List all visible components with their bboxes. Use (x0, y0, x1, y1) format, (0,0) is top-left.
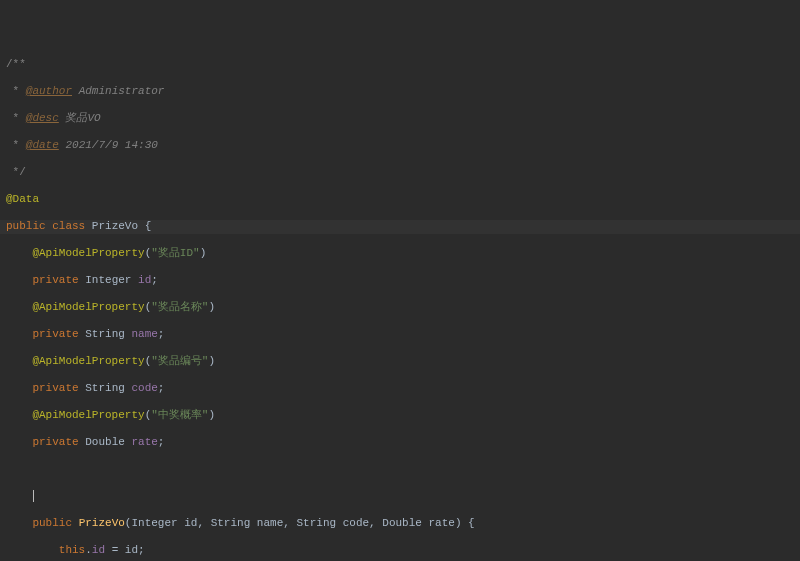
doc-author-val: Administrator (79, 85, 165, 97)
anno-amp: @ApiModelProperty (32, 301, 144, 313)
doc-star: * (6, 85, 26, 97)
ctor-sig: (Integer id, String name, String code, D… (125, 517, 475, 529)
doc-desc-val: 奖品VO (65, 112, 100, 124)
kw-private: private (32, 328, 78, 340)
field-code: code (131, 382, 157, 394)
kw-class: class (52, 220, 85, 232)
field-id: id (138, 274, 151, 286)
anno-amp: @ApiModelProperty (32, 247, 144, 259)
doc-open: /** (6, 58, 26, 70)
type-string: String (85, 328, 125, 340)
str-name: "奖品名称" (151, 301, 208, 313)
doc-author-tag: @author (26, 85, 72, 97)
type-integer: Integer (85, 274, 131, 286)
text-caret (33, 490, 34, 502)
str-id: "奖品ID" (151, 247, 199, 259)
doc-star: * (6, 139, 26, 151)
kw-private: private (32, 382, 78, 394)
field-rate: rate (131, 436, 157, 448)
type-prizevo: PrizeVo (92, 220, 138, 232)
anno-amp: @ApiModelProperty (32, 409, 144, 421)
kw-public: public (32, 517, 72, 529)
code-editor[interactable]: /** * @author Administrator * @desc 奖品VO… (0, 0, 800, 561)
kw-private: private (32, 436, 78, 448)
anno-data: @Data (6, 193, 39, 205)
doc-close: */ (6, 166, 26, 178)
doc-date-tag: @date (26, 139, 59, 151)
field-id: id (92, 544, 105, 556)
type-string: String (85, 382, 125, 394)
kw-this: this (59, 544, 85, 556)
kw-public: public (6, 220, 46, 232)
doc-date-val: 2021/7/9 14:30 (65, 139, 157, 151)
str-rate: "中奖概率" (151, 409, 208, 421)
ctor-name: PrizeVo (79, 517, 125, 529)
code-lines: /** * @author Administrator * @desc 奖品VO… (6, 45, 800, 562)
type-double: Double (85, 436, 125, 448)
field-name: name (131, 328, 157, 340)
anno-amp: @ApiModelProperty (32, 355, 144, 367)
str-code: "奖品编号" (151, 355, 208, 367)
kw-private: private (32, 274, 78, 286)
doc-desc-tag: @desc (26, 112, 59, 124)
doc-star: * (6, 112, 26, 124)
